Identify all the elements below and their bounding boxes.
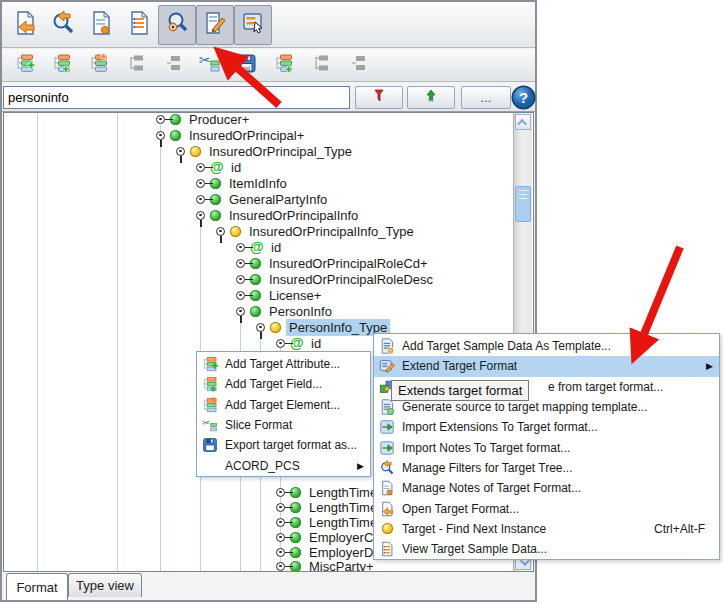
slice-format-icon: ✂ bbox=[199, 52, 221, 78]
find-next-down-button[interactable] bbox=[355, 86, 403, 109]
submenu-arrow-icon: ▶ bbox=[357, 461, 364, 471]
expander-icon[interactable] bbox=[236, 275, 245, 284]
extend-target-format-icon bbox=[378, 357, 396, 375]
edit-format-button[interactable] bbox=[196, 5, 234, 45]
expander-icon[interactable] bbox=[236, 243, 245, 252]
scroll-up-button[interactable] bbox=[515, 114, 531, 130]
expander-icon[interactable] bbox=[276, 518, 285, 527]
search-eye-icon bbox=[164, 10, 190, 40]
svg-text:?: ? bbox=[519, 89, 528, 106]
tree-node[interactable]: InsuredOrPrincipalRoleCd+ bbox=[4, 255, 431, 271]
scrollbar-thumb[interactable] bbox=[515, 186, 531, 222]
menu-item-add-sample-template[interactable]: Add Target Sample Data As Template... bbox=[374, 336, 719, 356]
tree-node[interactable]: @id bbox=[4, 159, 244, 175]
tree-node[interactable]: InsuredOrPrincipal_Type bbox=[4, 143, 355, 159]
type-icon bbox=[230, 226, 241, 237]
tree-cursor-button[interactable] bbox=[234, 5, 272, 45]
search-eye-button[interactable] bbox=[158, 5, 196, 45]
open-format-button[interactable] bbox=[6, 5, 44, 45]
tree-node[interactable]: InsuredOrPrincipalInfo_Type bbox=[4, 223, 417, 239]
menu-item-add-target-element[interactable]: Add Target Element... bbox=[197, 395, 370, 415]
expander-icon[interactable] bbox=[236, 291, 245, 300]
expander-icon[interactable] bbox=[196, 211, 205, 220]
menu-item-label: Add Target Attribute... bbox=[225, 357, 340, 371]
add-target-element-button[interactable] bbox=[80, 51, 117, 79]
tree-node[interactable]: MiscParty+ bbox=[4, 558, 377, 572]
menu-item-find-next-instance[interactable]: Target - Find Next InstanceCtrl+Alt-F bbox=[374, 519, 719, 539]
tree-node[interactable]: ItemIdInfo bbox=[4, 175, 290, 191]
menu-item-view-sample-data[interactable]: View Target Sample Data... bbox=[374, 539, 719, 559]
menu-item-open-target-format[interactable]: Open Target Format... bbox=[374, 498, 719, 518]
expander-icon[interactable] bbox=[156, 131, 165, 140]
add-target-field-button[interactable] bbox=[43, 51, 80, 79]
slice-format-button[interactable]: ✂ bbox=[191, 51, 228, 79]
menu-item-acord-pcs[interactable]: ACORD_PCS▶ bbox=[197, 455, 370, 475]
expander-icon[interactable] bbox=[276, 548, 285, 557]
tree-node[interactable]: InsuredOrPrincipalRoleDesc bbox=[4, 271, 436, 287]
expander-icon[interactable] bbox=[196, 179, 205, 188]
add-target-attribute-button[interactable] bbox=[6, 51, 43, 79]
menu-item-label: Extend Target Format bbox=[402, 359, 517, 373]
menu-item-export-target-format[interactable]: Export target format as... bbox=[197, 435, 370, 455]
menu-item-add-target-attribute[interactable]: Add Target Attribute... bbox=[197, 354, 370, 374]
tree-node[interactable]: @id bbox=[4, 335, 324, 351]
tree-node[interactable]: InsuredOrPrincipalInfo bbox=[4, 207, 361, 223]
menu-item-label: View Target Sample Data... bbox=[402, 542, 547, 556]
expander-icon[interactable] bbox=[276, 488, 285, 497]
help-button[interactable]: ? bbox=[511, 85, 536, 110]
menu-item-label: Import Notes To Target format... bbox=[402, 441, 570, 455]
expander-icon[interactable] bbox=[196, 195, 205, 204]
tree-node-label: InsuredOrPrincipal+ bbox=[186, 127, 307, 144]
tree-node[interactable]: PersonInfo bbox=[4, 303, 335, 319]
search-filter-icon bbox=[50, 10, 76, 40]
gray-tree-icon bbox=[311, 53, 331, 77]
manage-notes-button[interactable] bbox=[82, 5, 120, 45]
svg-text:xsd: xsd bbox=[242, 64, 250, 70]
tree-node[interactable]: InsuredOrPrincipal+ bbox=[4, 127, 307, 143]
find-prev-up-button[interactable] bbox=[407, 86, 455, 109]
add-node-button[interactable] bbox=[265, 51, 302, 79]
menu-item-add-target-field[interactable]: Add Target Field... bbox=[197, 374, 370, 394]
expander-icon[interactable] bbox=[276, 562, 285, 571]
search-input[interactable] bbox=[3, 86, 350, 109]
expander-icon[interactable] bbox=[176, 147, 185, 156]
view-sample-data-button[interactable] bbox=[120, 5, 158, 45]
menu-item-label: Open Target Format... bbox=[402, 502, 519, 516]
export-save-button[interactable]: xsd bbox=[228, 51, 265, 79]
expander-icon[interactable] bbox=[276, 339, 285, 348]
expander-icon[interactable] bbox=[236, 307, 245, 316]
menu-item-slice-format[interactable]: ✂Slice Format bbox=[197, 415, 370, 435]
expander-icon[interactable] bbox=[276, 503, 285, 512]
add-sample-template-icon bbox=[378, 337, 396, 355]
manage-filters-button[interactable] bbox=[44, 5, 82, 45]
notes-icon bbox=[378, 479, 396, 497]
gray-tree-icon bbox=[163, 53, 183, 77]
menu-item-import-notes[interactable]: Import Notes To Target format... bbox=[374, 437, 719, 457]
tree-node-selected[interactable]: PersonInfo_Type bbox=[4, 319, 390, 335]
expander-icon[interactable] bbox=[256, 323, 265, 332]
menu-item-manage-filters[interactable]: Manage Filters for Target Tree... bbox=[374, 458, 719, 478]
expander-icon[interactable] bbox=[156, 115, 165, 124]
svg-text:✂: ✂ bbox=[199, 52, 211, 68]
svg-text:✂: ✂ bbox=[202, 417, 210, 428]
tree-node[interactable]: GeneralPartyInfo bbox=[4, 191, 330, 207]
help-icon: ? bbox=[511, 85, 536, 110]
tree-node-label: id bbox=[308, 335, 324, 352]
expander-icon[interactable] bbox=[276, 533, 285, 542]
tree-node[interactable]: License+ bbox=[4, 287, 324, 303]
menu-item-manage-notes[interactable]: Manage Notes of Target Format... bbox=[374, 478, 719, 498]
tree-node[interactable]: @id bbox=[4, 239, 284, 255]
main-toolbar bbox=[2, 2, 535, 48]
menu-item-import-extensions[interactable]: Import Extensions To Target format... bbox=[374, 417, 719, 437]
tree-node[interactable]: Producer+ bbox=[4, 112, 252, 127]
expander-icon[interactable] bbox=[216, 227, 225, 236]
expander-icon[interactable] bbox=[196, 163, 205, 172]
expander-icon[interactable] bbox=[236, 259, 245, 268]
menu-item-label: Manage Filters for Target Tree... bbox=[402, 461, 573, 475]
type-icon bbox=[270, 322, 281, 333]
tab-format[interactable]: Format bbox=[6, 573, 68, 600]
menu-item-extend-target-format[interactable]: Extend Target Format▶ bbox=[374, 356, 719, 376]
tree-action-button-disabled-1 bbox=[117, 51, 154, 79]
more-options-button[interactable]: ... bbox=[461, 86, 511, 109]
tab-type-view[interactable]: Type view bbox=[68, 573, 142, 597]
